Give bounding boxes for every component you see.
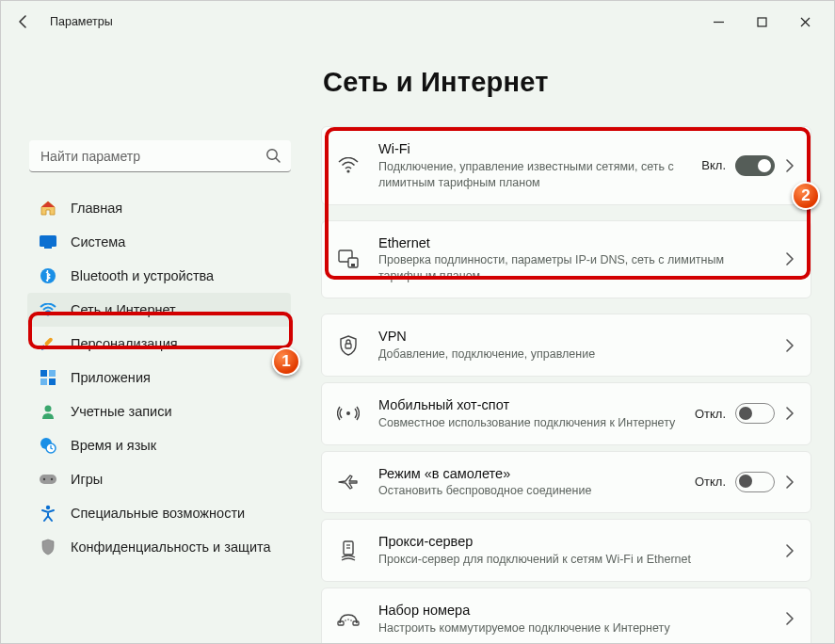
card-dialup[interactable]: Набор номера Настроить коммутируемое под… [321,588,811,643]
card-subtitle: Подключение, управление известными сетям… [378,159,701,191]
svg-rect-4 [40,235,56,247]
svg-rect-29 [338,621,344,625]
card-vpn[interactable]: VPN Добавление, подключение, управление [321,314,811,377]
airplane-toggle[interactable] [735,472,775,492]
sidebar-item-system[interactable]: Система [27,225,291,259]
card-subtitle: Совместное использование подключения к И… [378,415,695,431]
maximize-icon [757,17,767,27]
svg-rect-10 [49,370,56,377]
wifi-toggle[interactable] [735,155,775,176]
svg-point-7 [46,313,49,315]
sidebar-item-privacy[interactable]: Конфиденциальность и защита [27,530,291,564]
person-icon [39,402,57,421]
hotspot-toggle[interactable] [735,403,775,424]
svg-point-18 [51,478,53,480]
svg-point-17 [43,478,45,480]
sidebar-item-label: Конфиденциальность и защита [71,539,271,555]
card-subtitle: Добавление, подключение, управление [378,346,777,362]
sidebar-item-apps[interactable]: Приложения [27,361,291,394]
proxy-icon [335,540,361,561]
annotation-badge-2: 2 [792,182,820,210]
dialup-icon [335,610,361,627]
card-wifi[interactable]: Wi-Fi Подключение, управление известными… [321,126,811,205]
paintbrush-icon [39,334,57,353]
back-button[interactable] [8,7,39,37]
bluetooth-icon [39,266,57,285]
card-title: Прокси-сервер [378,533,777,551]
hotspot-icon [335,405,361,422]
sidebar-item-label: Главная [71,201,122,216]
search-input[interactable] [29,140,291,172]
svg-rect-16 [40,475,56,484]
card-title: Wi-Fi [378,140,701,158]
sidebar-item-label: Сеть и Интернет [71,302,176,317]
card-subtitle: Проверка подлинности, параметры IP-и DNS… [378,252,777,284]
sidebar-item-bluetooth[interactable]: Bluetooth и устройства [27,259,291,293]
gamepad-icon [39,470,57,489]
toggle-state-label: Вкл. [701,158,726,172]
maximize-button[interactable] [740,7,783,37]
card-subtitle: Остановить беспроводное соединение [378,483,695,499]
sidebar-item-accounts[interactable]: Учетные записи [27,394,291,428]
page-title: Сеть и Интернет [323,67,811,98]
chevron-right-icon [786,544,794,557]
close-icon [800,17,811,27]
sidebar-item-label: Система [71,234,125,250]
sidebar-item-label: Bluetooth и устройства [71,268,214,283]
toggle-state-label: Откл. [695,407,726,421]
wifi-icon [335,157,361,174]
svg-point-25 [346,411,350,415]
sidebar-item-home[interactable]: Главная [27,191,291,225]
svg-rect-8 [44,337,54,346]
sidebar-item-personalization[interactable]: Персонализация [27,327,291,361]
sidebar-item-label: Специальные возможности [71,506,245,521]
sidebar-item-label: Игры [71,472,103,487]
chevron-right-icon [786,339,794,352]
svg-point-19 [46,506,50,509]
svg-rect-11 [40,378,47,385]
card-airplane[interactable]: Режим «в самолете» Остановить беспроводн… [321,451,811,514]
chevron-right-icon [786,407,794,420]
sidebar-item-gaming[interactable]: Игры [27,462,291,496]
card-ethernet[interactable]: Ethernet Проверка подлинности, параметры… [321,220,811,299]
search-icon [265,148,281,164]
svg-rect-12 [49,378,56,385]
card-subtitle: Настроить коммутируемое подключение к Ин… [378,620,777,636]
card-title: Набор номера [378,602,777,620]
clock-globe-icon [39,436,57,455]
sidebar-item-accessibility[interactable]: Специальные возможности [27,496,291,530]
accessibility-icon [39,504,57,523]
svg-line-3 [276,158,280,162]
arrow-left-icon [16,14,31,29]
sidebar-item-label: Приложения [71,370,151,385]
card-hotspot[interactable]: Мобильный хот-спот Совместное использова… [321,382,811,445]
sidebar-item-network[interactable]: Сеть и Интернет [27,293,291,327]
minimize-button[interactable] [697,7,740,37]
chevron-right-icon [786,475,794,489]
shield-icon [39,538,57,556]
svg-rect-30 [353,621,359,625]
sidebar-item-label: Учетные записи [71,404,172,419]
chevron-right-icon [786,252,794,266]
home-icon [39,199,57,217]
svg-point-33 [350,620,352,622]
card-title: VPN [378,328,777,346]
window-title: Параметры [50,15,113,28]
close-button[interactable] [783,7,827,37]
annotation-badge-1: 1 [272,347,300,376]
card-title: Мобильный хот-спот [378,396,695,414]
svg-rect-1 [758,18,766,26]
sidebar-item-time-language[interactable]: Время и язык [27,428,291,462]
card-title: Режим «в самолете» [378,465,695,483]
svg-point-31 [347,620,349,621]
card-proxy[interactable]: Прокси-сервер Прокси-сервер для подключе… [321,519,811,582]
ethernet-icon [335,250,361,268]
apps-icon [39,368,57,387]
svg-point-13 [45,406,52,412]
svg-rect-9 [40,370,47,377]
sidebar-item-label: Персонализация [71,336,178,351]
toggle-state-label: Откл. [695,475,726,489]
card-title: Ethernet [378,234,777,252]
vpn-shield-icon [335,335,361,356]
minimize-icon [714,17,724,27]
